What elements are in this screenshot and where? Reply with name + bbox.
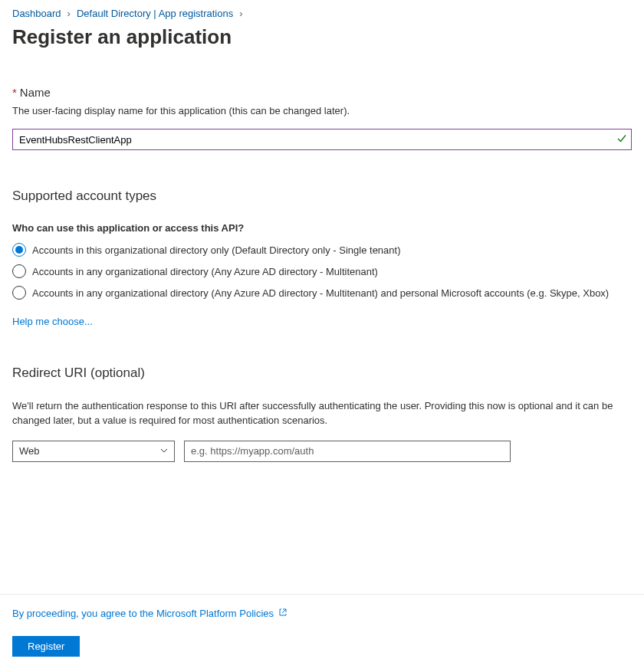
name-helper-text: The user-facing display name for this ap… — [12, 105, 632, 116]
breadcrumb-dashboard[interactable]: Dashboard — [12, 8, 61, 19]
radio-icon — [12, 243, 26, 257]
radio-option-multitenant[interactable]: Accounts in any organizational directory… — [12, 264, 632, 278]
account-types-question: Who can use this application or access t… — [12, 222, 632, 234]
radio-option-single-tenant[interactable]: Accounts in this organizational director… — [12, 243, 632, 257]
chevron-right-icon: › — [239, 8, 242, 19]
help-me-choose-link[interactable]: Help me choose... — [12, 316, 93, 327]
redirect-uri-input[interactable] — [184, 441, 511, 462]
name-input[interactable] — [12, 129, 632, 150]
name-label: *Name — [12, 86, 632, 99]
redirect-uri-heading: Redirect URI (optional) — [12, 366, 632, 381]
account-types-heading: Supported account types — [12, 188, 632, 204]
footer: By proceeding, you agree to the Microsof… — [0, 594, 644, 672]
platform-policies-link[interactable]: By proceeding, you agree to the Microsof… — [12, 608, 288, 619]
breadcrumb: Dashboard › Default Directory | App regi… — [12, 8, 632, 19]
external-link-icon — [278, 608, 288, 619]
radio-label: Accounts in any organizational directory… — [32, 287, 609, 299]
radio-option-multitenant-personal[interactable]: Accounts in any organizational directory… — [12, 286, 632, 300]
radio-icon — [12, 286, 26, 300]
required-indicator: * — [12, 86, 17, 99]
account-types-radio-group: Accounts in this organizational director… — [12, 243, 632, 300]
register-button[interactable]: Register — [12, 636, 80, 657]
checkmark-icon — [616, 133, 627, 146]
radio-label: Accounts in this organizational director… — [32, 244, 401, 256]
redirect-uri-description: We'll return the authentication response… — [12, 399, 632, 428]
page-title: Register an application — [12, 25, 632, 49]
redirect-type-value: Web — [19, 445, 40, 457]
radio-label: Accounts in any organizational directory… — [32, 266, 378, 277]
redirect-type-select[interactable]: Web — [12, 441, 175, 462]
breadcrumb-app-registrations[interactable]: Default Directory | App registrations — [77, 8, 233, 19]
radio-icon — [12, 264, 26, 278]
chevron-right-icon: › — [67, 8, 71, 19]
